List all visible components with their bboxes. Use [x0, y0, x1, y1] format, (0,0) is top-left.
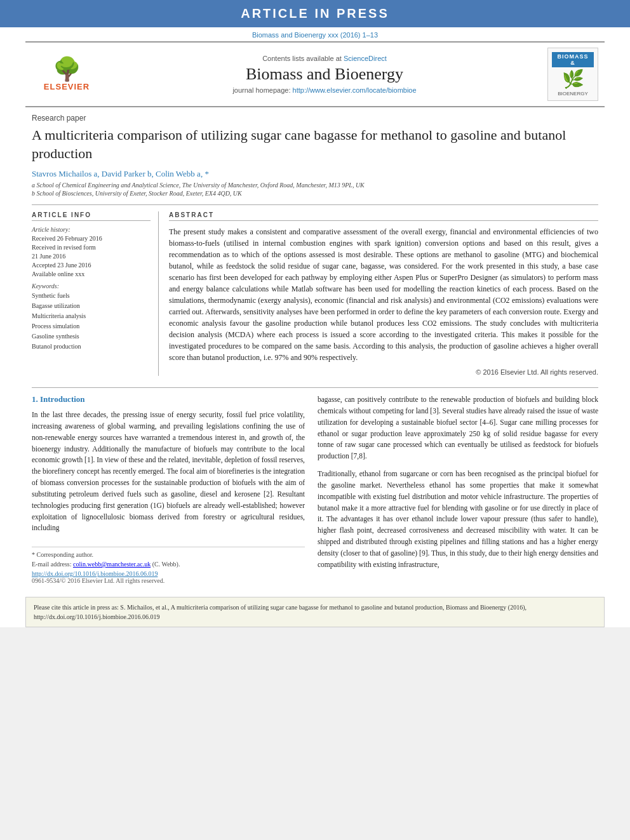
- keyword-5: Gasoline synthesis: [32, 331, 151, 342]
- copyright-line: © 2016 Elsevier Ltd. All rights reserved…: [169, 368, 598, 376]
- received-date: Received 26 February 2016: [32, 234, 151, 243]
- journal-header: 🌳 ELSEVIER Contents lists available at S…: [25, 41, 605, 107]
- intro-right-text-1: bagasse, can positively contribute to th…: [318, 394, 598, 462]
- received-revised-label: Received in revised form: [32, 243, 151, 252]
- journal-reference-line: Biomass and Bioenergy xxx (2016) 1–13: [0, 27, 630, 41]
- available-online: Available online xxx: [32, 270, 151, 279]
- elsevier-logo: 🌳 ELSEVIER: [32, 58, 102, 91]
- introduction-section: 1. Introduction In the last three decade…: [32, 387, 598, 584]
- section-title: 1. Introduction: [32, 394, 305, 404]
- keywords-list: Synthetic fuels Bagasse utilization Mult…: [32, 291, 151, 352]
- issn-line: 0961-9534/© 2016 Elsevier Ltd. All right…: [32, 577, 305, 584]
- article-footer: * Corresponding author. E-mail address: …: [32, 547, 305, 584]
- journal-center-info: Contents lists available at ScienceDirec…: [102, 55, 547, 94]
- keyword-6: Butanol production: [32, 342, 151, 352]
- history-label: Article history:: [32, 226, 151, 233]
- intro-right-column: bagasse, can positively contribute to th…: [318, 394, 598, 584]
- journal-logo-right: BIOMASS & 🌿 BIOENERGY: [547, 48, 598, 101]
- keyword-2: Bagasse utilization: [32, 301, 151, 311]
- corresponding-author-note: * Corresponding author.: [32, 551, 305, 558]
- sciencedirect-prefix: Contents lists available at: [262, 55, 344, 62]
- keywords-label: Keywords:: [32, 283, 151, 290]
- email-link[interactable]: colin.webb@manchester.ac.uk: [73, 561, 151, 568]
- authors-line: Stavros Michailos a, David Parker b, Col…: [32, 169, 598, 179]
- journal-homepage-line: journal homepage: http://www.elsevier.co…: [102, 86, 547, 94]
- homepage-link[interactable]: http://www.elsevier.com/locate/biombioe: [293, 86, 417, 94]
- elsevier-tree-icon: 🌳: [53, 58, 81, 81]
- article-info-abstract: ARTICLE INFO Article history: Received 2…: [32, 204, 598, 376]
- sciencedirect-link[interactable]: ScienceDirect: [344, 55, 387, 62]
- intro-left-text: In the last three decades, the pressing …: [32, 410, 305, 534]
- accepted-date: Accepted 23 June 2016: [32, 261, 151, 270]
- abstract-column: ABSTRACT The present study makes a consi…: [169, 211, 598, 376]
- received-revised-date: 21 June 2016: [32, 252, 151, 261]
- homepage-prefix: journal homepage:: [232, 86, 292, 94]
- article-info-column: ARTICLE INFO Article history: Received 2…: [32, 211, 159, 376]
- paper-type: Research paper: [32, 114, 598, 123]
- article-body: Research paper A multicriteria compariso…: [0, 107, 630, 590]
- biomass-icon: 🌿: [562, 69, 584, 90]
- email-suffix: (C. Webb).: [152, 561, 180, 568]
- article-title: A multicriteria comparison of utilizing …: [32, 126, 598, 163]
- keyword-4: Process simulation: [32, 321, 151, 331]
- abstract-text: The present study makes a consistent and…: [169, 226, 598, 363]
- logo-right-top-text: BIOMASS &: [552, 52, 594, 67]
- email-label: E-mail address:: [32, 561, 73, 568]
- article-in-press-banner: ARTICLE IN PRESS: [0, 0, 630, 27]
- intro-right-text-2: Traditionally, ethanol from sugarcane or…: [318, 469, 598, 570]
- keyword-3: Multicriteria analysis: [32, 311, 151, 321]
- journal-title: Biomass and Bioenergy: [102, 65, 547, 84]
- doi-link[interactable]: http://dx.doi.org/10.1016/j.biombioe.201…: [32, 570, 158, 577]
- affiliation-a: a School of Chemical Engineering and Ana…: [32, 182, 598, 189]
- elsevier-label: ELSEVIER: [44, 82, 90, 91]
- keyword-1: Synthetic fuels: [32, 291, 151, 301]
- affiliation-b: b School of Biosciences, University of E…: [32, 190, 598, 197]
- sciencedirect-line: Contents lists available at ScienceDirec…: [102, 55, 547, 62]
- section-number: 1.: [32, 394, 38, 404]
- email-line: E-mail address: colin.webb@manchester.ac…: [32, 561, 305, 568]
- abstract-heading: ABSTRACT: [169, 211, 598, 221]
- section-name: Introduction: [40, 394, 85, 404]
- citation-box: Please cite this article in press as: S.…: [25, 597, 605, 627]
- intro-left-column: 1. Introduction In the last three decade…: [32, 394, 305, 584]
- logo-right-bottom-text: BIOENERGY: [558, 91, 588, 97]
- article-info-heading: ARTICLE INFO: [32, 211, 151, 221]
